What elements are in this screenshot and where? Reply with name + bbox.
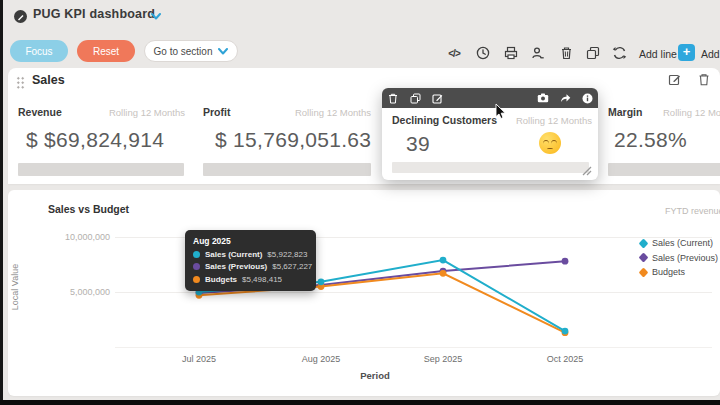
data-point[interactable]	[440, 257, 447, 264]
edit-section-icon[interactable]	[668, 72, 681, 90]
kpi-bar-margin	[608, 163, 720, 176]
kpi-bar-revenue	[18, 163, 184, 176]
pensive-face-emoji	[539, 132, 561, 154]
x-tick-label: Aug 2025	[289, 354, 353, 364]
kpi-label-profit: Profit	[203, 106, 230, 118]
code-icon[interactable]: </>	[446, 45, 462, 61]
x-tick-label: Oct 2025	[533, 354, 597, 364]
refresh-icon[interactable]	[611, 45, 627, 61]
dashboard-icon	[14, 10, 27, 23]
drag-handle-icon[interactable]	[16, 76, 25, 89]
widget-toolbar	[382, 88, 598, 108]
kpi-value-profit: $ 15,769,051.63	[215, 128, 371, 152]
kpi-label-margin: Margin	[608, 106, 642, 118]
add-line-plus-button[interactable]: +	[678, 44, 695, 61]
legend-item[interactable]: Budgets	[640, 267, 718, 277]
data-point[interactable]	[318, 278, 325, 285]
mouse-cursor	[495, 103, 507, 120]
tooltip-series-dot	[193, 276, 200, 283]
sales-vs-budget-chart-card: Sales vs Budget FYTD revenue Local Value…	[8, 190, 720, 396]
user-icon[interactable]	[530, 45, 546, 61]
screen-edge-bottom	[0, 400, 720, 405]
tooltip-series-name: Sales (Previous)	[205, 262, 267, 271]
chevron-down-icon	[218, 48, 228, 55]
kpi-value-margin: 22.58%	[614, 128, 687, 152]
add-widget-button[interactable]: Add widget	[701, 48, 720, 60]
kpi-bar-profit	[203, 163, 371, 176]
legend-label: Budgets	[652, 267, 685, 277]
kpi-dashboard-screen: { "topbar": { "title": "PUG KPI dashboar…	[0, 0, 720, 405]
camera-icon[interactable]	[532, 88, 554, 108]
page-title: PUG KPI dashboard	[33, 7, 155, 21]
copy-widget-icon[interactable]	[404, 88, 426, 108]
kpi-bar-declining-customers	[392, 162, 589, 173]
delete-widget-icon[interactable]	[382, 88, 404, 108]
legend-label: Sales (Current)	[652, 238, 713, 248]
kpi-period-profit: Rolling 12 Months	[276, 107, 371, 118]
info-icon[interactable]	[576, 88, 598, 108]
share-icon[interactable]	[554, 88, 576, 108]
legend-label: Sales (Previous)	[652, 253, 718, 263]
focus-button[interactable]: Focus	[10, 40, 68, 62]
kpi-label-revenue: Revenue	[18, 106, 62, 118]
legend-marker-icon	[639, 267, 649, 277]
tooltip-series-name: Sales (Current)	[205, 250, 262, 259]
legend-marker-icon	[639, 253, 649, 263]
x-tick-label: Sep 2025	[411, 354, 475, 364]
print-icon[interactable]	[503, 45, 519, 61]
delete-section-icon[interactable]	[698, 72, 710, 90]
tooltip-row: Budgets$5,498,415	[193, 275, 308, 284]
x-tick-label: Jul 2025	[167, 354, 231, 364]
go-to-section-dropdown[interactable]: Go to section	[144, 40, 238, 62]
kpi-value-revenue: $ $69,824,914	[26, 128, 164, 152]
screen-edge-left	[0, 0, 3, 405]
kpi-period-revenue: Rolling 12 Months	[90, 107, 185, 118]
kpi-period-declining-customers: Rolling 12 Months	[492, 115, 592, 126]
data-point[interactable]	[562, 258, 569, 265]
edit-widget-icon[interactable]	[426, 88, 448, 108]
kpi-label-declining-customers: Declining Customers	[392, 114, 497, 126]
declining-customers-card[interactable]: Declining Customers Rolling 12 Months 39	[382, 88, 598, 180]
tooltip-row: Sales (Previous)$5,627,227	[193, 262, 308, 271]
copy-icon[interactable]	[585, 45, 601, 61]
legend-marker-icon	[639, 238, 649, 248]
trash-icon[interactable]	[558, 45, 574, 61]
tooltip-series-value: $5,627,227	[272, 262, 312, 271]
kpi-period-margin: Rolling 12 Months	[663, 107, 720, 118]
tooltip-series-dot	[193, 251, 200, 258]
resize-handle[interactable]	[580, 166, 592, 176]
chevron-down-icon[interactable]	[151, 13, 161, 20]
reset-button[interactable]: Reset	[77, 40, 135, 62]
data-point[interactable]	[440, 270, 447, 277]
tooltip-series-value: $5,498,415	[242, 275, 282, 284]
data-point[interactable]	[562, 328, 569, 335]
x-axis-label: Period	[335, 370, 415, 381]
tooltip-series-name: Budgets	[205, 275, 237, 284]
kpi-value-declining-customers: 39	[406, 132, 430, 156]
go-to-section-label: Go to section	[154, 46, 213, 57]
clock-icon[interactable]	[475, 45, 491, 61]
tooltip-series-value: $5,922,823	[267, 250, 307, 259]
tooltip-title: Aug 2025	[193, 236, 308, 246]
section-title: Sales	[32, 73, 65, 87]
chart-tooltip: Aug 2025 Sales (Current)$5,922,823Sales …	[185, 230, 316, 291]
legend-item[interactable]: Sales (Current)	[640, 238, 718, 248]
chart-legend: Sales (Current)Sales (Previous)Budgets	[640, 238, 718, 277]
legend-item[interactable]: Sales (Previous)	[640, 253, 718, 263]
tooltip-series-dot	[193, 263, 200, 270]
add-line-label: Add line	[639, 48, 677, 60]
tooltip-row: Sales (Current)$5,922,823	[193, 250, 308, 259]
line-chart-plot[interactable]	[8, 190, 720, 396]
